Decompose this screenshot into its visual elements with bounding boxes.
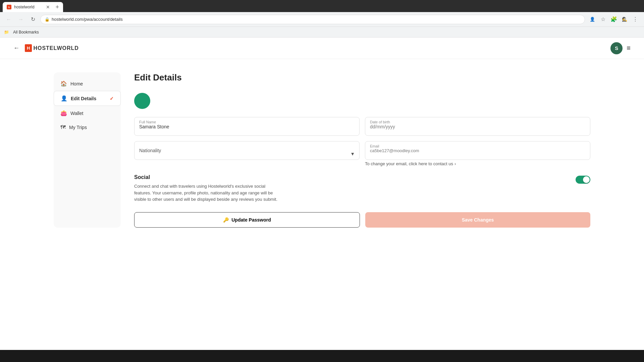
bookmarks-bar: 📁 All Bookmarks — [0, 27, 644, 38]
email-group: Email To change your email, click here t… — [365, 141, 590, 166]
content-area: Edit Details Full Name Date of birth — [134, 72, 590, 228]
social-section: Social Connect and chat with travelers u… — [134, 174, 590, 203]
avatar[interactable]: S — [610, 42, 623, 54]
bookmarks-label: All Bookmarks — [13, 30, 39, 35]
sidebar-item-home[interactable]: 🏠 Home — [54, 76, 121, 91]
save-changes-label: Save Changes — [462, 217, 494, 223]
save-changes-button[interactable]: Save Changes — [365, 212, 590, 228]
tab-title: hostelworld — [14, 5, 35, 9]
sidebar-item-wallet[interactable]: 👛 Wallet — [54, 106, 121, 120]
button-row: 🔑 Update Password Save Changes — [134, 212, 590, 228]
more-button[interactable]: ⋮ — [631, 15, 640, 24]
wallet-icon: 👛 — [60, 110, 67, 116]
back-button[interactable]: ← — [13, 45, 19, 52]
footer: Follow us on f 𝕏 ◎ ▶ ⊕ ♪ Accommodation H… — [0, 350, 644, 362]
update-password-button[interactable]: 🔑 Update Password — [134, 212, 360, 228]
nationality-group: Nationality ▼ — [134, 141, 360, 166]
sidebar-item-my-trips-label: My Trips — [69, 125, 87, 130]
sidebar-item-my-trips[interactable]: 🗺 My Trips — [54, 120, 121, 134]
lock-icon: 🔒 — [45, 17, 50, 22]
spacer — [0, 241, 644, 261]
forward-nav-button[interactable]: → — [16, 15, 25, 24]
top-nav: ← H HOSTELWORLD S ≡ — [0, 38, 644, 59]
tab-close-button[interactable]: ✕ — [46, 4, 50, 10]
dob-group: Date of birth — [365, 117, 590, 136]
new-tab-button[interactable]: + — [55, 4, 59, 11]
menu-button[interactable]: ≡ — [627, 44, 631, 52]
update-password-icon: 🔑 — [223, 217, 229, 223]
profile-avatar[interactable] — [134, 93, 150, 109]
social-text: Social Connect and chat with travelers u… — [134, 174, 570, 203]
email-label: Email — [370, 144, 379, 148]
page-title: Edit Details — [134, 72, 590, 83]
my-trips-icon: 🗺 — [60, 124, 66, 130]
back-nav-button[interactable]: ← — [4, 15, 13, 24]
social-toggle-row: Social Connect and chat with travelers u… — [134, 174, 590, 203]
sidebar-item-wallet-label: Wallet — [70, 111, 83, 116]
dob-input[interactable] — [370, 124, 585, 129]
bookmark-star-button[interactable]: ☆ — [598, 15, 608, 24]
browser-tab[interactable]: h hostelworld ✕ + — [3, 2, 63, 12]
full-name-label: Full Name — [139, 120, 156, 124]
profile-icon-btn[interactable]: 👤 — [588, 15, 597, 24]
nationality-label: Nationality — [139, 148, 161, 153]
social-toggle[interactable] — [576, 176, 590, 184]
logo-box: H — [25, 44, 32, 52]
social-description: Connect and chat with travelers using Ho… — [134, 183, 282, 203]
social-title: Social — [134, 174, 570, 180]
main-content: 🏠 Home 👤 Edit Details ✓ 👛 Wallet 🗺 My Tr… — [0, 59, 644, 241]
browser-tab-bar: h hostelworld ✕ + — [0, 0, 644, 12]
update-password-label: Update Password — [231, 217, 271, 223]
incognito-button[interactable]: 🕵 — [620, 15, 629, 24]
logo-text: HOSTELWORLD — [33, 45, 78, 51]
nav-left: ← H HOSTELWORLD — [13, 44, 79, 52]
full-name-input[interactable] — [139, 124, 355, 129]
email-help-text: To change your email, click here to cont… — [365, 161, 453, 166]
browser-nav: ← → ↻ 🔒 hostelworld.com/pwa/account/deta… — [0, 12, 644, 27]
email-help-link[interactable]: To change your email, click here to cont… — [365, 161, 590, 166]
page: ← H HOSTELWORLD S ≡ 🏠 Home 👤 Edit Detail… — [0, 38, 644, 350]
reload-button[interactable]: ↻ — [28, 15, 38, 24]
toggle-knob — [583, 176, 590, 183]
email-help-arrow: › — [454, 161, 456, 166]
nav-actions: 👤 ☆ 🧩 🕵 ⋮ — [588, 15, 640, 24]
dob-label: Date of birth — [370, 120, 390, 124]
sidebar-item-home-label: Home — [70, 81, 83, 86]
home-icon: 🏠 — [60, 80, 67, 87]
full-name-group: Full Name — [134, 117, 360, 136]
email-input[interactable] — [370, 148, 585, 153]
form-row-1: Full Name Date of birth — [134, 117, 590, 136]
extensions-button[interactable]: 🧩 — [609, 15, 619, 24]
edit-details-icon: 👤 — [61, 95, 67, 102]
bookmarks-folder-icon: 📁 — [4, 30, 9, 35]
url-text: hostelworld.com/pwa/account/details — [52, 17, 123, 22]
logo: H HOSTELWORLD — [25, 44, 79, 52]
nav-right: S ≡ — [610, 42, 631, 54]
sidebar-item-edit-details-label: Edit Details — [71, 96, 96, 101]
form-row-2: Nationality ▼ Email To change your email… — [134, 141, 590, 166]
sidebar-item-edit-details[interactable]: 👤 Edit Details ✓ — [54, 91, 121, 106]
sidebar: 🏠 Home 👤 Edit Details ✓ 👛 Wallet 🗺 My Tr… — [54, 72, 121, 228]
address-bar[interactable]: 🔒 hostelworld.com/pwa/account/details — [40, 15, 585, 24]
tab-favicon: h — [7, 5, 11, 9]
active-check-icon: ✓ — [110, 96, 114, 101]
